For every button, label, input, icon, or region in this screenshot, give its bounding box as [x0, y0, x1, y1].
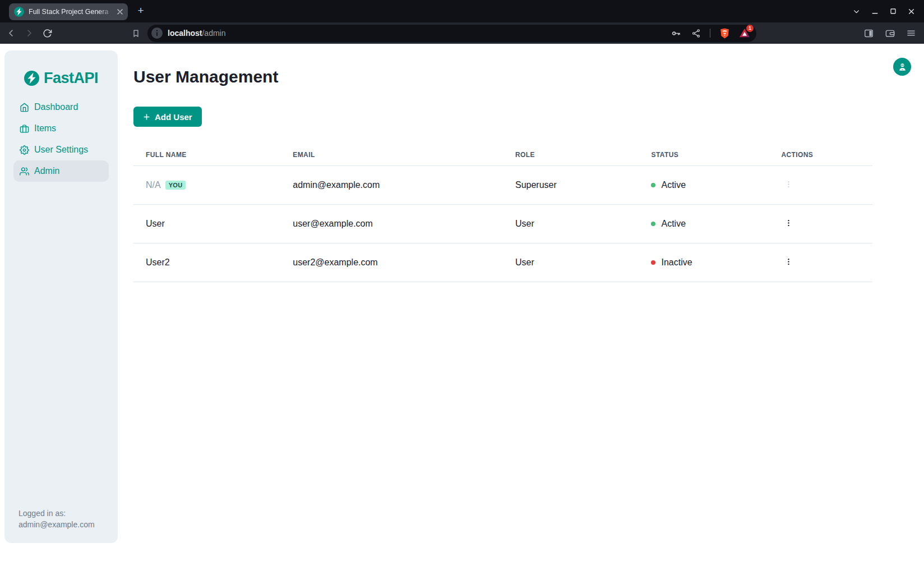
back-button[interactable] [5, 27, 17, 39]
window-maximize-icon[interactable] [890, 8, 897, 15]
kebab-menu-icon [784, 180, 793, 188]
tab-close-icon[interactable] [115, 7, 124, 17]
user-role: User [515, 257, 534, 268]
site-info-icon[interactable] [151, 27, 163, 39]
user-full-name: User [146, 219, 165, 229]
kebab-menu-icon [784, 257, 793, 266]
page-title: User Management [133, 67, 278, 86]
window-close-icon[interactable] [908, 8, 915, 15]
user-full-name: N/A [146, 180, 161, 190]
browser-tab-bar: Full Stack Project Genera + [0, 0, 924, 22]
cell-status: Active [639, 219, 769, 229]
logged-in-email: admin@example.com [19, 519, 95, 530]
sidebar-item-dashboard[interactable]: Dashboard [13, 96, 109, 118]
user-email: user@example.com [293, 219, 373, 229]
wallet-icon[interactable] [884, 27, 896, 39]
status-label: Active [661, 180, 686, 190]
cell-email: admin@example.com [280, 180, 503, 190]
url-text: localhost/admin [168, 29, 226, 38]
users-table: FULL NAME EMAIL ROLE STATUS ACTIONS N/A … [133, 144, 872, 282]
cell-role: Superuser [503, 180, 639, 190]
side-panel-icon[interactable] [862, 27, 875, 39]
toolbar-divider [710, 29, 710, 38]
user-email: admin@example.com [293, 180, 380, 190]
window-minimize-icon[interactable] [871, 8, 879, 15]
status-dot [651, 222, 655, 226]
brave-rewards-icon[interactable]: 1 [738, 27, 751, 39]
sidebar-nav: Dashboard Items User Settings Admin [4, 96, 118, 182]
status-label: Active [661, 219, 686, 229]
cell-full-name: N/A YOU [133, 180, 280, 190]
sidebar-item-label: Items [34, 123, 56, 134]
cell-full-name: User2 [133, 257, 280, 268]
cell-email: user2@example.com [280, 257, 503, 268]
col-full-name: FULL NAME [133, 151, 280, 159]
cell-role: User [503, 257, 639, 268]
new-tab-button[interactable]: + [136, 6, 146, 16]
sidebar-item-label: Dashboard [34, 102, 78, 112]
url-path: /admin [202, 29, 225, 38]
home-icon [20, 103, 29, 112]
user-menu-button[interactable] [893, 58, 911, 76]
user-email: user2@example.com [293, 257, 377, 268]
user-full-name: User2 [146, 257, 170, 268]
logo-text: FastAPI [44, 70, 98, 87]
row-actions-menu-button [781, 179, 796, 191]
cell-status: Inactive [639, 257, 769, 268]
user-role: Superuser [515, 180, 557, 190]
status-dot [651, 183, 655, 187]
logged-in-label: Logged in as: [19, 508, 95, 519]
sidebar-item-user-settings[interactable]: User Settings [13, 139, 109, 160]
fastapi-favicon-icon [14, 7, 24, 17]
url-host: localhost [168, 29, 202, 38]
row-actions-menu-button[interactable] [781, 256, 796, 269]
browser-toolbar: localhost/admin 1 [0, 22, 924, 44]
col-actions: ACTIONS [769, 151, 872, 159]
page-content: FastAPI Dashboard Items User Settings Ad… [0, 44, 924, 575]
fastapi-bolt-icon [24, 71, 39, 86]
password-key-icon[interactable] [669, 27, 682, 39]
status-dot [651, 260, 655, 265]
cell-actions [769, 256, 872, 269]
sidebar-item-items[interactable]: Items [13, 118, 109, 139]
add-user-label: Add User [155, 112, 192, 122]
address-bar[interactable]: localhost/admin 1 [147, 25, 756, 42]
tab-search-chevron-icon[interactable] [853, 8, 860, 15]
sidebar-item-label: User Settings [34, 145, 88, 155]
cell-email: user@example.com [280, 219, 503, 229]
status-label: Inactive [661, 257, 692, 268]
cell-actions [769, 218, 872, 230]
kebab-menu-icon [784, 219, 793, 227]
share-icon[interactable] [690, 27, 702, 39]
user-avatar-icon [897, 62, 908, 72]
sidebar-item-label: Admin [34, 166, 59, 176]
brave-shield-icon[interactable] [718, 27, 731, 39]
sidebar-item-admin[interactable]: Admin [13, 160, 109, 182]
table-header-row: FULL NAME EMAIL ROLE STATUS ACTIONS [133, 144, 872, 166]
forward-button[interactable] [23, 27, 35, 39]
table-row: User2 user2@example.com User Inactive [133, 243, 872, 282]
table-row: N/A YOU admin@example.com Superuser Acti… [133, 166, 872, 205]
row-actions-menu-button[interactable] [781, 218, 796, 230]
rewards-badge: 1 [746, 25, 754, 32]
sidebar: FastAPI Dashboard Items User Settings Ad… [4, 50, 118, 543]
user-role: User [515, 219, 534, 229]
col-email: EMAIL [280, 151, 503, 159]
reload-button[interactable] [41, 27, 53, 39]
logged-in-footer: Logged in as: admin@example.com [19, 508, 95, 530]
users-icon [20, 167, 29, 176]
briefcase-icon [20, 124, 29, 134]
cell-status: Active [639, 180, 769, 190]
bookmark-icon[interactable] [130, 27, 142, 39]
col-status: STATUS [639, 151, 769, 159]
cell-role: User [503, 219, 639, 229]
add-user-button[interactable]: Add User [133, 107, 202, 127]
cell-full-name: User [133, 219, 280, 229]
plus-icon [143, 113, 150, 121]
hamburger-menu-icon[interactable] [905, 27, 917, 39]
gear-icon [20, 145, 29, 155]
tab-title: Full Stack Project Genera [29, 8, 115, 16]
you-badge: YOU [165, 181, 186, 190]
fastapi-logo: FastAPI [4, 70, 118, 87]
browser-tab[interactable]: Full Stack Project Genera [9, 3, 128, 20]
